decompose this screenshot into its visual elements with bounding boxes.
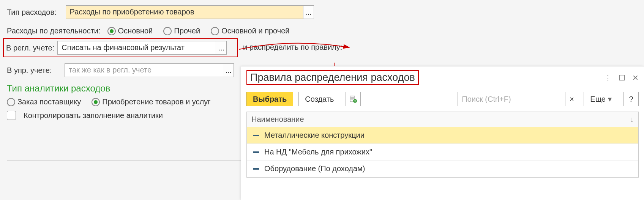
search-input-wrap: ×: [458, 92, 578, 106]
mgmt-label: В упр. учете:: [7, 66, 61, 75]
row-label: Оборудование (По доходам): [264, 164, 365, 173]
table-header[interactable]: Наименование ↓: [247, 112, 638, 127]
rules-dialog: Правила распределения расходов ⋮ ☐ ✕ Выб…: [241, 66, 644, 200]
analytics-supplier-label: Заказ поставщику: [17, 98, 81, 106]
control-label: Контролировать заполнение аналитики: [24, 111, 163, 120]
more-button[interactable]: Еще ▾: [584, 92, 618, 106]
close-icon[interactable]: ✕: [632, 73, 639, 82]
help-button[interactable]: ?: [623, 92, 639, 106]
row-label: На НД "Мебель для прихожих": [264, 148, 372, 156]
radio-icon: [211, 27, 219, 35]
window-icon[interactable]: ☐: [619, 73, 625, 82]
add-icon-button[interactable]: [346, 92, 361, 106]
reg-field[interactable]: Списать на финансовый результат ...: [57, 41, 227, 55]
table-row[interactable]: На НД "Мебель для прихожих": [247, 144, 638, 161]
mgmt-picker-button[interactable]: ...: [223, 64, 234, 77]
search-input[interactable]: [458, 92, 565, 106]
expense-type-picker-button[interactable]: ...: [303, 6, 314, 19]
activity-both-label: Основной и прочей: [221, 27, 289, 35]
list-item-icon: [253, 168, 259, 170]
table-row[interactable]: Металлические конструкции: [247, 127, 638, 144]
reg-account-highlight: В регл. учете: Списать на финансовый рез…: [3, 38, 238, 57]
radio-icon: [163, 27, 172, 35]
activity-main-label: Основной: [118, 27, 153, 35]
mgmt-field[interactable]: так же как в регл. учете ...: [65, 63, 234, 77]
kebab-icon[interactable]: ⋮: [604, 73, 612, 82]
reg-label: В регл. учете:: [6, 44, 54, 52]
caret-down-icon: ▾: [608, 94, 612, 104]
dialog-title-highlight: Правила распределения расходов: [246, 70, 419, 85]
analytics-purchase-label: Приобретение товаров и услуг: [102, 98, 210, 106]
rules-table: Наименование ↓ Металлические конструкции…: [246, 112, 639, 178]
analytics-supplier-radio[interactable]: Заказ поставщику: [7, 98, 81, 106]
table-row[interactable]: Оборудование (По доходам): [247, 161, 638, 177]
radio-icon: [107, 27, 116, 35]
expense-type-field[interactable]: Расходы по приобретению товаров ...: [66, 5, 314, 19]
activity-other-radio[interactable]: Прочей: [163, 27, 200, 35]
activity-label: Расходы по деятельности:: [7, 27, 101, 35]
expense-type-value: Расходы по приобретению товаров: [66, 6, 303, 19]
activity-main-radio[interactable]: Основной: [107, 27, 153, 35]
radio-icon: [92, 98, 100, 106]
activity-other-label: Прочей: [174, 27, 200, 35]
reg-value: Списать на финансовый результат: [58, 41, 216, 54]
create-button[interactable]: Создать: [298, 92, 340, 106]
rule-label: и распределить по правилу:: [243, 43, 342, 52]
activity-both-radio[interactable]: Основной и прочей: [211, 27, 289, 35]
reg-picker-button[interactable]: ...: [216, 41, 226, 54]
list-item-icon: [253, 151, 259, 153]
list-item-icon: [253, 135, 259, 136]
dialog-title: Правила распределения расходов: [250, 72, 415, 83]
search-clear-button[interactable]: ×: [565, 92, 578, 106]
sort-icon: ↓: [630, 115, 634, 124]
column-name: Наименование: [251, 115, 304, 124]
select-button[interactable]: Выбрать: [246, 92, 293, 106]
row-label: Металлические конструкции: [264, 131, 365, 140]
control-checkbox[interactable]: [7, 111, 16, 120]
mgmt-placeholder: так же как в регл. учете: [65, 64, 223, 77]
radio-icon: [7, 98, 15, 106]
analytics-purchase-radio[interactable]: Приобретение товаров и услуг: [92, 98, 210, 106]
expense-type-label: Тип расходов:: [7, 8, 57, 17]
more-label: Еще: [590, 95, 606, 104]
